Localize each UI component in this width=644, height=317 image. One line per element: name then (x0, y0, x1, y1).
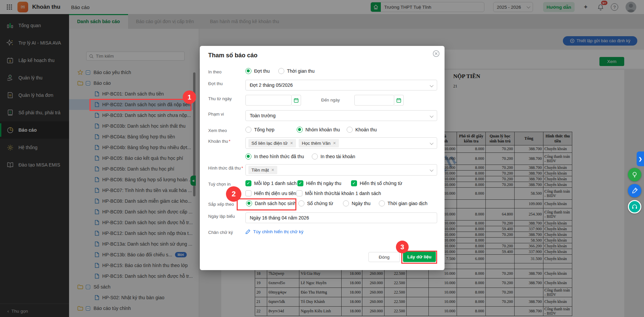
radio-icon (278, 68, 284, 74)
checkbox-icon (245, 190, 251, 196)
to-date-input[interactable] (354, 95, 394, 106)
expand-side-panel-button[interactable]: ❯ (637, 151, 644, 166)
radio-icon (245, 127, 251, 133)
hinh-thuc-tag: Tiền mặt✕ (248, 166, 277, 174)
checkbox-label: Mỗi hình thức/tài khoản 1 danh sách (305, 191, 381, 196)
radio-icon (347, 127, 353, 133)
field-label-sap-xep-theo: Sắp xếp theo (208, 202, 234, 207)
ngay-lap-bieu-value: Ngày 16 tháng 04 năm 2026 (250, 215, 309, 220)
tuy-chon-checkbox-1[interactable]: ✓Mỗi lớp 1 danh sách (245, 180, 297, 186)
checkbox-icon (296, 190, 302, 196)
field-label-pham-vi: Phạm vi (208, 112, 224, 117)
field-label-tuy-chon-in: Tuỳ chọn in (208, 182, 231, 187)
chevron-down-icon (430, 114, 433, 118)
radio-label: Ngày thu (352, 201, 370, 206)
khoan-thu-tag: Sổ liên lạc điện tử✕ (248, 139, 296, 147)
ngay-lap-bieu-input[interactable]: Ngày 16 tháng 04 năm 2026 (245, 212, 437, 223)
checkbox-icon: ✓ (351, 180, 357, 186)
in-theo-radio-1[interactable]: Đợt thu (245, 68, 270, 74)
radio-label: In theo hình thức đã thu (254, 154, 304, 159)
radio-label: Thời gian giao dịch (388, 201, 427, 206)
chevron-down-icon (430, 141, 433, 145)
radio-label: Số chứng từ (307, 201, 333, 206)
radio-icon (298, 200, 304, 206)
khoan-thu-multiselect[interactable]: Sổ liên lạc điện tử✕Học thêm Văn✕ (245, 137, 437, 149)
chevron-down-icon (430, 83, 433, 87)
field-label-thu-tu-ngay: Thu từ ngày (208, 96, 232, 101)
headset-icon (631, 203, 638, 210)
annotation-box-step3 (401, 251, 437, 264)
pham-vi-select[interactable]: Toàn trường (245, 110, 437, 121)
in-hinh-thuc-radio-1[interactable]: In theo hình thức đã thu (245, 153, 304, 160)
radio-label: In theo tài khoản (320, 154, 355, 159)
tuy-chon-2-checkbox-2[interactable]: Mỗi hình thức/tài khoản 1 danh sách (296, 190, 381, 196)
radio-label: Tổng hợp (254, 127, 275, 132)
app-root: ✉ Khoản thu Báo cáo Trường THPT Tuệ Tĩnh… (0, 0, 644, 317)
checkbox-icon: ✓ (245, 180, 251, 186)
sap-xep-radio-3[interactable]: Ngày thu (343, 200, 370, 206)
khoan-thu-tag: Học thêm Văn✕ (299, 139, 339, 147)
radio-label: Nhóm khoản thu (305, 127, 340, 132)
support-headset-button[interactable] (628, 200, 641, 213)
xem-theo-radio-3[interactable]: Khoản thu (347, 127, 377, 133)
radio-icon (343, 200, 349, 206)
sap-xep-radio-4[interactable]: Thời gian giao dịch (379, 200, 427, 206)
tag-label: Tiền mặt (251, 168, 269, 173)
close-icon[interactable] (432, 50, 440, 57)
chevron-down-icon (430, 168, 433, 172)
tag-label: Học thêm Văn (302, 141, 331, 146)
close-button[interactable]: Đóng (368, 252, 400, 262)
checkbox-icon: ✓ (297, 180, 303, 186)
xem-theo-radio-1[interactable]: Tổng hợp (245, 127, 275, 133)
tuy-chon-checkbox-3[interactable]: ✓Hiển thị số chứng từ (351, 180, 402, 186)
from-date-input[interactable] (245, 95, 292, 106)
annotation-badge-step3: 3 (396, 241, 409, 253)
sap-xep-radio-2[interactable]: Số chứng từ (298, 200, 333, 206)
tuy-chon-checkbox-2[interactable]: ✓Hiển thị ngày thu (297, 180, 341, 186)
dot-thu-select[interactable]: Đợt 2 tháng 05/2026 (245, 80, 437, 90)
field-label-khoan-thu: Khoản thu* (208, 139, 230, 144)
pham-vi-value: Toàn trường (250, 113, 276, 118)
annotation-box-step1 (90, 99, 191, 111)
remove-tag-icon[interactable]: ✕ (333, 141, 336, 145)
brush-icon (631, 187, 638, 194)
field-label-den-ngay: Đến ngày (321, 98, 340, 103)
field-label-hinh-thuc-da-thu: Hình thức đã thu* (208, 166, 243, 171)
annotation-badge-step1: 1 (183, 90, 196, 104)
radio-icon (245, 68, 251, 74)
xem-theo-radio-2[interactable]: Nhóm khoản thu (297, 127, 340, 133)
pencil-icon (245, 229, 250, 234)
annotation-box-step2 (237, 198, 296, 210)
field-label-dot-thu: Đợt thu (208, 81, 223, 86)
checkbox-label: Mỗi lớp 1 danh sách (254, 181, 297, 186)
hint-lightbulb-button[interactable] (628, 168, 641, 181)
remove-tag-icon[interactable]: ✕ (290, 141, 293, 145)
hinh-thuc-multiselect[interactable]: Tiền mặt✕ (245, 164, 437, 176)
report-params-modal: Tham số báo cáo In theo Đợt thuThời gian… (200, 46, 445, 270)
field-label-chan-chu-ky: Chân chữ ký (208, 230, 233, 235)
tag-label: Sổ liên lạc điện tử (251, 141, 288, 146)
field-label-xem-theo: Xem theo (208, 128, 227, 133)
checkbox-label: Hiển thị diện ưu tiên (254, 191, 296, 196)
radio-icon (245, 153, 251, 160)
customize-signature-link[interactable]: Tùy chỉnh hiển thị chữ ký (245, 229, 303, 234)
in-theo-radio-2[interactable]: Thời gian thu (278, 68, 314, 74)
field-label-in-theo: In theo (208, 69, 222, 74)
radio-icon (297, 127, 303, 133)
radio-icon (379, 200, 385, 206)
tuy-chon-2-checkbox-1[interactable]: Hiển thị diện ưu tiên (245, 190, 296, 196)
checkbox-label: Hiển thị số chứng từ (360, 181, 402, 186)
feedback-brush-button[interactable] (628, 184, 641, 197)
radio-label: Thời gian thu (287, 68, 314, 74)
annotation-badge-step2: 2 (226, 186, 241, 202)
lightbulb-icon (631, 171, 638, 178)
modal-title: Tham số báo cáo (208, 52, 257, 59)
radio-label: Đợt thu (254, 68, 270, 74)
remove-tag-icon[interactable]: ✕ (271, 168, 274, 172)
field-label-ngay-lap-bieu: Ngày lập biểu (208, 214, 235, 219)
in-hinh-thuc-radio-2[interactable]: In theo tài khoản (312, 153, 355, 160)
radio-icon (312, 153, 318, 160)
from-date-calendar-icon[interactable] (292, 95, 301, 106)
to-date-calendar-icon[interactable] (394, 95, 404, 106)
radio-label: Khoản thu (355, 127, 377, 132)
